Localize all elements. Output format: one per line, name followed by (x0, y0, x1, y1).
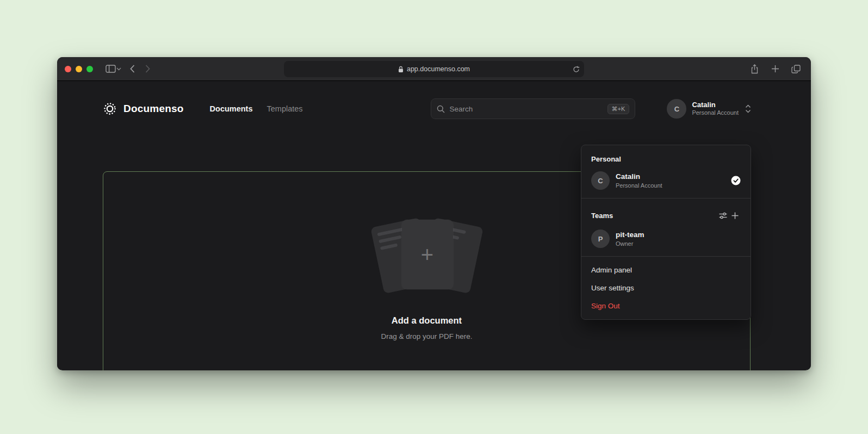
personal-section-label: Personal (581, 148, 751, 168)
search-input[interactable] (449, 105, 603, 113)
search-icon (437, 105, 445, 113)
manage-teams-icon[interactable] (717, 209, 729, 221)
menu-item-personal-account[interactable]: C Catalin Personal Account (581, 168, 751, 194)
zoom-window-button[interactable] (86, 66, 93, 72)
dropzone-title: Add a document (392, 315, 462, 326)
account-dropdown-menu: Personal C Catalin Personal Account Team… (581, 145, 751, 320)
forward-button[interactable] (140, 61, 155, 77)
traffic-lights (65, 66, 93, 72)
brand-name: Documenso (123, 103, 184, 115)
address-bar[interactable]: app.documenso.com (284, 61, 584, 77)
account-avatar: C (667, 99, 686, 119)
team-avatar: P (591, 230, 610, 248)
back-button[interactable] (125, 61, 140, 77)
account-name: Catalin (692, 101, 739, 109)
personal-avatar: C (591, 171, 610, 190)
menu-divider (581, 256, 751, 257)
documents-illustration: + (370, 215, 484, 297)
close-window-button[interactable] (65, 66, 71, 72)
minimize-window-button[interactable] (76, 66, 82, 72)
lock-icon (398, 66, 404, 73)
add-team-icon[interactable] (729, 209, 741, 221)
team-role: Owner (616, 240, 644, 247)
brand[interactable]: Documenso (103, 102, 184, 116)
account-menu-button[interactable]: C Catalin Personal Account (667, 99, 751, 119)
selected-check-icon (731, 176, 741, 185)
menu-item-admin-panel[interactable]: Admin panel (581, 261, 751, 279)
sidebar-chevron-down-icon[interactable] (115, 61, 122, 77)
chevron-updown-icon (745, 104, 751, 113)
dropzone-subtitle: Drag & drop your PDF here. (381, 332, 472, 340)
reload-icon[interactable] (573, 66, 580, 73)
illustration-card-center: + (402, 220, 453, 289)
toolbar-right-icons (747, 61, 803, 77)
menu-item-team-pit-team[interactable]: P pit-team Owner (581, 226, 751, 252)
browser-window: app.documenso.com (57, 57, 811, 370)
search-box[interactable]: ⌘+K (431, 98, 635, 119)
documenso-app-page: Documenso Documents Templates ⌘+K C Cata… (57, 81, 811, 370)
teams-section-label: Teams (581, 203, 751, 226)
tab-overview-icon[interactable] (788, 61, 803, 77)
team-name: pit-team (616, 230, 644, 240)
account-type: Personal Account (692, 109, 739, 117)
search-shortcut-badge: ⌘+K (607, 104, 630, 114)
nav-templates[interactable]: Templates (267, 104, 303, 113)
new-tab-icon[interactable] (767, 61, 783, 77)
nav-documents[interactable]: Documents (210, 104, 253, 113)
menu-divider (581, 198, 751, 199)
menu-item-user-settings[interactable]: User settings (581, 279, 751, 297)
personal-type: Personal Account (616, 182, 662, 189)
personal-name: Catalin (616, 172, 662, 182)
url-text: app.documenso.com (407, 65, 470, 73)
browser-toolbar: app.documenso.com (57, 57, 811, 81)
plus-icon: + (421, 244, 433, 265)
documenso-logo-icon (103, 102, 117, 116)
main-nav: Documents Templates (210, 104, 303, 113)
menu-item-sign-out[interactable]: Sign Out (581, 297, 751, 315)
share-icon[interactable] (747, 61, 762, 77)
app-header: Documenso Documents Templates ⌘+K C Cata… (57, 81, 811, 122)
